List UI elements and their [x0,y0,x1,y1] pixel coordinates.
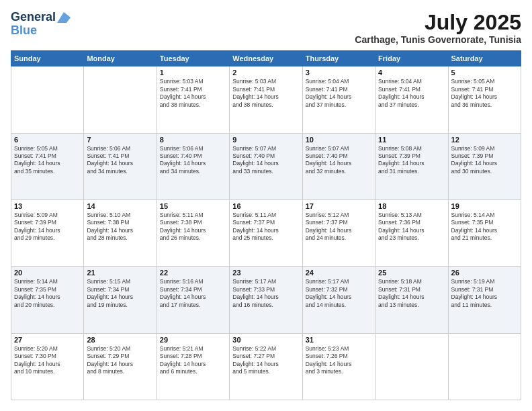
day-number: 16 [232,202,299,210]
day-info: Sunrise: 5:13 AM Sunset: 7:36 PM Dayligh… [378,212,445,242]
day-number: 8 [160,136,226,144]
week-row-3: 13Sunrise: 5:09 AM Sunset: 7:39 PM Dayli… [11,199,521,266]
day-cell: 8Sunrise: 5:06 AM Sunset: 7:40 PM Daylig… [157,133,229,199]
day-cell: 26Sunrise: 5:19 AM Sunset: 7:31 PM Dayli… [448,267,521,333]
header-cell-sunday: Sunday [11,51,84,66]
day-cell: 31Sunrise: 5:23 AM Sunset: 7:26 PM Dayli… [302,333,375,400]
day-cell: 13Sunrise: 5:09 AM Sunset: 7:39 PM Dayli… [11,199,84,266]
month-year-title: July 2025 [355,11,521,34]
page: General Blue July 2025 Carthage, Tunis G… [0,0,532,411]
day-number: 9 [232,136,299,144]
day-cell: 30Sunrise: 5:22 AM Sunset: 7:27 PM Dayli… [230,333,302,400]
day-cell: 14Sunrise: 5:10 AM Sunset: 7:38 PM Dayli… [84,199,157,266]
day-cell: 24Sunrise: 5:17 AM Sunset: 7:32 PM Dayli… [302,267,375,333]
header-cell-wednesday: Wednesday [230,51,302,66]
day-cell: 15Sunrise: 5:11 AM Sunset: 7:38 PM Dayli… [157,199,229,266]
day-cell: 20Sunrise: 5:14 AM Sunset: 7:35 PM Dayli… [11,267,84,333]
day-cell: 4Sunrise: 5:04 AM Sunset: 7:41 PM Daylig… [375,66,448,133]
day-info: Sunrise: 5:14 AM Sunset: 7:35 PM Dayligh… [451,212,518,242]
day-cell: 17Sunrise: 5:12 AM Sunset: 7:37 PM Dayli… [302,199,375,266]
day-info: Sunrise: 5:18 AM Sunset: 7:31 PM Dayligh… [378,278,445,309]
day-cell: 12Sunrise: 5:09 AM Sunset: 7:39 PM Dayli… [448,133,521,199]
day-number: 5 [451,68,518,77]
day-info: Sunrise: 5:08 AM Sunset: 7:39 PM Dayligh… [378,145,445,176]
day-cell: 11Sunrise: 5:08 AM Sunset: 7:39 PM Dayli… [375,133,448,199]
header-row: SundayMondayTuesdayWednesdayThursdayFrid… [11,51,521,66]
day-number: 2 [232,68,299,77]
day-number: 27 [14,336,81,344]
day-info: Sunrise: 5:07 AM Sunset: 7:40 PM Dayligh… [232,145,299,176]
day-info: Sunrise: 5:12 AM Sunset: 7:37 PM Dayligh… [306,212,372,242]
day-cell [11,66,84,133]
day-info: Sunrise: 5:09 AM Sunset: 7:39 PM Dayligh… [451,145,518,176]
day-number: 29 [160,336,226,344]
logo-icon [57,12,71,23]
day-cell [84,66,157,133]
day-number: 18 [378,202,445,210]
day-info: Sunrise: 5:10 AM Sunset: 7:38 PM Dayligh… [87,212,153,242]
day-info: Sunrise: 5:09 AM Sunset: 7:39 PM Dayligh… [14,212,81,242]
day-cell: 29Sunrise: 5:21 AM Sunset: 7:28 PM Dayli… [157,333,229,400]
day-number: 11 [378,136,445,144]
day-info: Sunrise: 5:11 AM Sunset: 7:37 PM Dayligh… [232,212,299,242]
day-info: Sunrise: 5:19 AM Sunset: 7:31 PM Dayligh… [451,278,518,309]
day-info: Sunrise: 5:22 AM Sunset: 7:27 PM Dayligh… [232,345,299,376]
day-number: 28 [87,336,153,344]
header-cell-monday: Monday [84,51,157,66]
day-info: Sunrise: 5:20 AM Sunset: 7:29 PM Dayligh… [87,345,153,376]
day-cell: 2Sunrise: 5:03 AM Sunset: 7:41 PM Daylig… [230,66,302,133]
svg-marker-0 [57,12,71,23]
day-number: 7 [87,136,153,144]
day-cell: 16Sunrise: 5:11 AM Sunset: 7:37 PM Dayli… [230,199,302,266]
day-cell [448,333,521,400]
day-info: Sunrise: 5:03 AM Sunset: 7:41 PM Dayligh… [160,78,226,109]
day-cell: 23Sunrise: 5:17 AM Sunset: 7:33 PM Dayli… [230,267,302,333]
day-info: Sunrise: 5:06 AM Sunset: 7:41 PM Dayligh… [87,145,153,176]
logo-text-blue: Blue [11,24,71,38]
day-number: 13 [14,202,81,210]
day-info: Sunrise: 5:05 AM Sunset: 7:41 PM Dayligh… [14,145,81,176]
header-cell-friday: Friday [375,51,448,66]
calendar-table: SundayMondayTuesdayWednesdayThursdayFrid… [11,50,521,400]
header-cell-tuesday: Tuesday [157,51,229,66]
calendar-body: 1Sunrise: 5:03 AM Sunset: 7:41 PM Daylig… [11,66,521,400]
day-info: Sunrise: 5:07 AM Sunset: 7:40 PM Dayligh… [306,145,372,176]
day-number: 23 [232,269,299,277]
week-row-2: 6Sunrise: 5:05 AM Sunset: 7:41 PM Daylig… [11,133,521,199]
day-cell [375,333,448,400]
day-info: Sunrise: 5:15 AM Sunset: 7:34 PM Dayligh… [87,278,153,309]
logo-text-general: General [11,11,56,24]
day-number: 20 [14,269,81,277]
day-info: Sunrise: 5:14 AM Sunset: 7:35 PM Dayligh… [14,278,81,309]
day-number: 12 [451,136,518,144]
week-row-1: 1Sunrise: 5:03 AM Sunset: 7:41 PM Daylig… [11,66,521,133]
day-cell: 28Sunrise: 5:20 AM Sunset: 7:29 PM Dayli… [84,333,157,400]
day-number: 6 [14,136,81,144]
day-number: 15 [160,202,226,210]
day-info: Sunrise: 5:03 AM Sunset: 7:41 PM Dayligh… [232,78,299,109]
day-number: 4 [378,68,445,77]
day-info: Sunrise: 5:04 AM Sunset: 7:41 PM Dayligh… [378,78,445,109]
location-subtitle: Carthage, Tunis Governorate, Tunisia [355,34,521,45]
day-cell: 5Sunrise: 5:05 AM Sunset: 7:41 PM Daylig… [448,66,521,133]
day-cell: 3Sunrise: 5:04 AM Sunset: 7:41 PM Daylig… [302,66,375,133]
day-number: 26 [451,269,518,277]
day-info: Sunrise: 5:05 AM Sunset: 7:41 PM Dayligh… [451,78,518,109]
day-info: Sunrise: 5:06 AM Sunset: 7:40 PM Dayligh… [160,145,226,176]
day-info: Sunrise: 5:16 AM Sunset: 7:34 PM Dayligh… [160,278,226,309]
day-cell: 19Sunrise: 5:14 AM Sunset: 7:35 PM Dayli… [448,199,521,266]
day-info: Sunrise: 5:20 AM Sunset: 7:30 PM Dayligh… [14,345,81,376]
day-number: 22 [160,269,226,277]
day-info: Sunrise: 5:04 AM Sunset: 7:41 PM Dayligh… [306,78,372,109]
day-number: 31 [306,336,372,344]
calendar-header: SundayMondayTuesdayWednesdayThursdayFrid… [11,51,521,66]
title-block: July 2025 Carthage, Tunis Governorate, T… [355,11,521,45]
day-info: Sunrise: 5:17 AM Sunset: 7:33 PM Dayligh… [232,278,299,309]
day-number: 21 [87,269,153,277]
day-info: Sunrise: 5:21 AM Sunset: 7:28 PM Dayligh… [160,345,226,376]
day-number: 24 [306,269,372,277]
day-number: 14 [87,202,153,210]
day-info: Sunrise: 5:17 AM Sunset: 7:32 PM Dayligh… [306,278,372,309]
week-row-5: 27Sunrise: 5:20 AM Sunset: 7:30 PM Dayli… [11,333,521,400]
header: General Blue July 2025 Carthage, Tunis G… [11,11,521,45]
